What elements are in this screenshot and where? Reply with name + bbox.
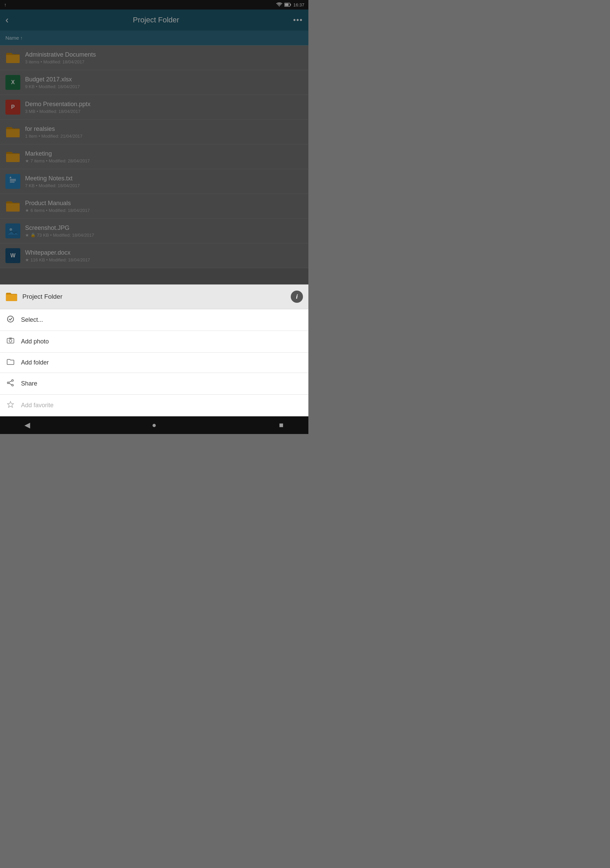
info-button[interactable]: i [291, 291, 303, 303]
svg-point-18 [8, 382, 9, 384]
bottom-sheet: Project Folder i Select... Add photo Add… [0, 284, 308, 416]
bottom-sheet-item-label: Add favorite [21, 402, 54, 409]
select-icon [5, 315, 15, 324]
folder-icon [5, 359, 15, 367]
bottom-sheet-items: Select... Add photo Add folder Share Add… [0, 309, 308, 416]
svg-rect-13 [7, 338, 14, 343]
bottom-sheet-item-select[interactable]: Select... [0, 309, 308, 331]
svg-point-16 [12, 380, 14, 381]
bottom-sheet-item-label: Share [21, 380, 37, 387]
bottom-sheet-header: Project Folder i [0, 284, 308, 309]
photo-icon [5, 337, 15, 346]
bottom-sheet-item-label: Add folder [21, 359, 49, 366]
bottom-sheet-item-add_folder[interactable]: Add folder [0, 353, 308, 373]
folder-icon [5, 291, 18, 302]
bottom-sheet-item-share[interactable]: Share [0, 373, 308, 395]
svg-line-20 [9, 383, 12, 385]
svg-point-17 [12, 384, 14, 386]
svg-point-14 [9, 339, 12, 342]
svg-marker-21 [8, 401, 14, 408]
bottom-sheet-item-label: Add photo [21, 338, 49, 345]
bottom-sheet-title: Project Folder [22, 293, 291, 301]
share-icon [5, 379, 15, 388]
svg-point-12 [8, 316, 14, 322]
bottom-sheet-item-add_favorite[interactable]: Add favorite [0, 395, 308, 416]
star-icon [5, 401, 15, 410]
bottom-sheet-item-label: Select... [21, 316, 43, 324]
bottom-sheet-item-add_photo[interactable]: Add photo [0, 331, 308, 353]
svg-rect-15 [9, 338, 12, 339]
svg-line-19 [9, 381, 12, 383]
